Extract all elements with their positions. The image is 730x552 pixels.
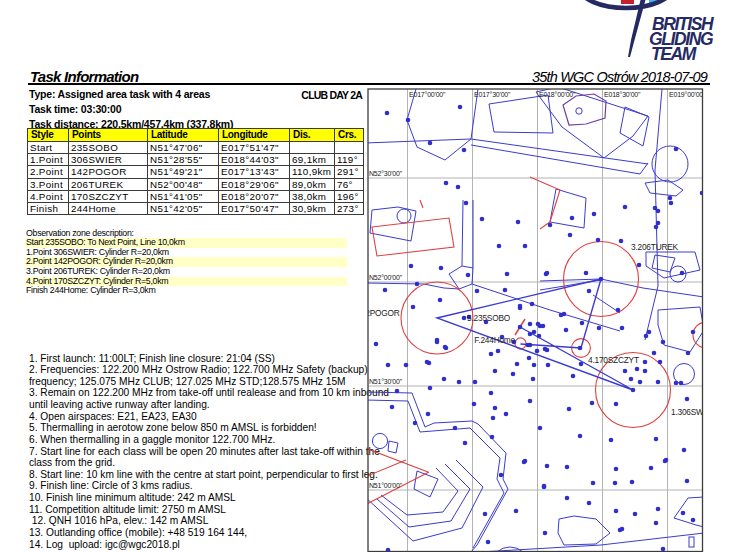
svg-text:E018°30'00": E018°30'00" <box>604 91 641 98</box>
svg-text:4.170SZCZYT: 4.170SZCZYT <box>588 355 639 365</box>
svg-text:3.206TUREK: 3.206TUREK <box>631 242 679 252</box>
svg-text:N51°00'00": N51°00'00" <box>369 482 403 489</box>
svg-text:2.142POGOR: 2.142POGOR <box>360 308 400 318</box>
svg-text:1.306SWIER: 1.306SWIER <box>671 407 717 417</box>
svg-text:5.235SOBO: 5.235SOBO <box>467 313 511 323</box>
svg-text:TEAM: TEAM <box>651 44 697 64</box>
svg-text:E017°30'00": E017°30'00" <box>474 91 511 98</box>
svg-text:E019°00'00": E019°00'00" <box>669 91 706 98</box>
svg-text:E018°00'00": E018°00'00" <box>539 91 576 98</box>
svg-text:N51°30'00": N51°30'00" <box>369 378 403 385</box>
svg-text:N52°00'00": N52°00'00" <box>369 274 403 281</box>
svg-text:F.244Home: F.244Home <box>474 335 515 345</box>
svg-text:N52°30'00": N52°30'00" <box>369 170 403 177</box>
svg-text:E017°00'00": E017°00'00" <box>409 91 446 98</box>
